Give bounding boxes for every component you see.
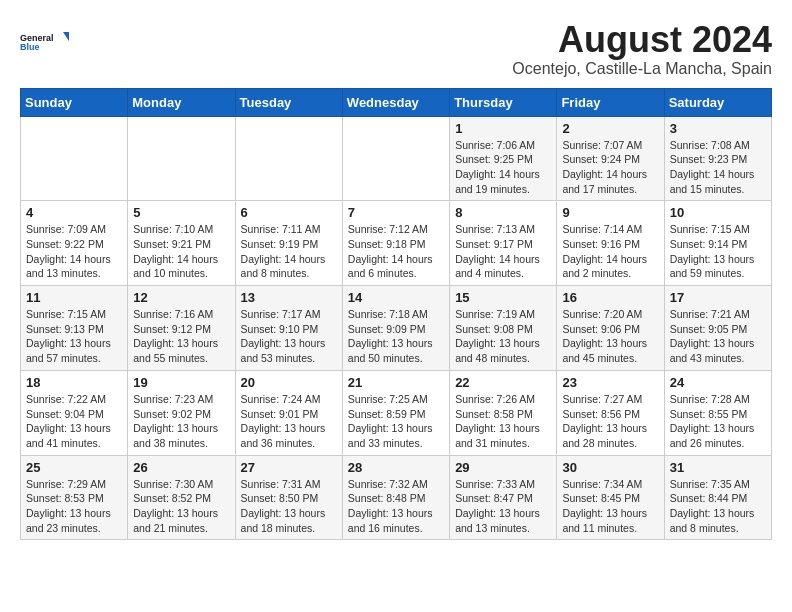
calendar-cell: 28Sunrise: 7:32 AMSunset: 8:48 PMDayligh… <box>342 455 449 540</box>
calendar-cell: 23Sunrise: 7:27 AMSunset: 8:56 PMDayligh… <box>557 370 664 455</box>
logo: General Blue <box>20 20 70 64</box>
day-number: 7 <box>348 205 444 220</box>
calendar-cell: 22Sunrise: 7:26 AMSunset: 8:58 PMDayligh… <box>450 370 557 455</box>
day-info: Sunrise: 7:15 AMSunset: 9:13 PMDaylight:… <box>26 307 122 366</box>
calendar-cell: 31Sunrise: 7:35 AMSunset: 8:44 PMDayligh… <box>664 455 771 540</box>
day-number: 17 <box>670 290 766 305</box>
day-number: 23 <box>562 375 658 390</box>
calendar-cell: 5Sunrise: 7:10 AMSunset: 9:21 PMDaylight… <box>128 201 235 286</box>
day-number: 9 <box>562 205 658 220</box>
weekday-header-saturday: Saturday <box>664 88 771 116</box>
calendar-cell: 15Sunrise: 7:19 AMSunset: 9:08 PMDayligh… <box>450 286 557 371</box>
day-info: Sunrise: 7:07 AMSunset: 9:24 PMDaylight:… <box>562 138 658 197</box>
day-number: 16 <box>562 290 658 305</box>
day-info: Sunrise: 7:24 AMSunset: 9:01 PMDaylight:… <box>241 392 337 451</box>
day-number: 3 <box>670 121 766 136</box>
calendar-cell: 30Sunrise: 7:34 AMSunset: 8:45 PMDayligh… <box>557 455 664 540</box>
day-info: Sunrise: 7:25 AMSunset: 8:59 PMDaylight:… <box>348 392 444 451</box>
day-number: 22 <box>455 375 551 390</box>
day-info: Sunrise: 7:10 AMSunset: 9:21 PMDaylight:… <box>133 222 229 281</box>
day-number: 29 <box>455 460 551 475</box>
day-number: 2 <box>562 121 658 136</box>
calendar-cell: 6Sunrise: 7:11 AMSunset: 9:19 PMDaylight… <box>235 201 342 286</box>
calendar-cell: 27Sunrise: 7:31 AMSunset: 8:50 PMDayligh… <box>235 455 342 540</box>
weekday-header-tuesday: Tuesday <box>235 88 342 116</box>
day-info: Sunrise: 7:19 AMSunset: 9:08 PMDaylight:… <box>455 307 551 366</box>
day-info: Sunrise: 7:18 AMSunset: 9:09 PMDaylight:… <box>348 307 444 366</box>
weekday-header-monday: Monday <box>128 88 235 116</box>
weekday-header-thursday: Thursday <box>450 88 557 116</box>
day-info: Sunrise: 7:08 AMSunset: 9:23 PMDaylight:… <box>670 138 766 197</box>
calendar-cell: 13Sunrise: 7:17 AMSunset: 9:10 PMDayligh… <box>235 286 342 371</box>
day-number: 31 <box>670 460 766 475</box>
day-number: 21 <box>348 375 444 390</box>
day-info: Sunrise: 7:27 AMSunset: 8:56 PMDaylight:… <box>562 392 658 451</box>
month-title: August 2024 <box>512 20 772 60</box>
calendar-cell: 24Sunrise: 7:28 AMSunset: 8:55 PMDayligh… <box>664 370 771 455</box>
day-info: Sunrise: 7:22 AMSunset: 9:04 PMDaylight:… <box>26 392 122 451</box>
weekday-header-row: SundayMondayTuesdayWednesdayThursdayFrid… <box>21 88 772 116</box>
calendar-cell <box>235 116 342 201</box>
day-number: 30 <box>562 460 658 475</box>
calendar-cell: 17Sunrise: 7:21 AMSunset: 9:05 PMDayligh… <box>664 286 771 371</box>
page-header: General Blue August 2024 Ocentejo, Casti… <box>20 20 772 78</box>
day-info: Sunrise: 7:34 AMSunset: 8:45 PMDaylight:… <box>562 477 658 536</box>
calendar-cell <box>21 116 128 201</box>
day-info: Sunrise: 7:33 AMSunset: 8:47 PMDaylight:… <box>455 477 551 536</box>
day-number: 8 <box>455 205 551 220</box>
day-number: 19 <box>133 375 229 390</box>
day-number: 10 <box>670 205 766 220</box>
calendar-cell <box>342 116 449 201</box>
day-info: Sunrise: 7:20 AMSunset: 9:06 PMDaylight:… <box>562 307 658 366</box>
day-info: Sunrise: 7:06 AMSunset: 9:25 PMDaylight:… <box>455 138 551 197</box>
title-block: August 2024 Ocentejo, Castille-La Mancha… <box>512 20 772 78</box>
day-number: 24 <box>670 375 766 390</box>
day-info: Sunrise: 7:11 AMSunset: 9:19 PMDaylight:… <box>241 222 337 281</box>
calendar-cell: 18Sunrise: 7:22 AMSunset: 9:04 PMDayligh… <box>21 370 128 455</box>
calendar-cell: 4Sunrise: 7:09 AMSunset: 9:22 PMDaylight… <box>21 201 128 286</box>
day-info: Sunrise: 7:12 AMSunset: 9:18 PMDaylight:… <box>348 222 444 281</box>
day-number: 28 <box>348 460 444 475</box>
week-row-3: 11Sunrise: 7:15 AMSunset: 9:13 PMDayligh… <box>21 286 772 371</box>
day-info: Sunrise: 7:26 AMSunset: 8:58 PMDaylight:… <box>455 392 551 451</box>
calendar-cell: 12Sunrise: 7:16 AMSunset: 9:12 PMDayligh… <box>128 286 235 371</box>
logo-svg: General Blue <box>20 20 70 64</box>
weekday-header-friday: Friday <box>557 88 664 116</box>
day-info: Sunrise: 7:23 AMSunset: 9:02 PMDaylight:… <box>133 392 229 451</box>
calendar-cell <box>128 116 235 201</box>
day-info: Sunrise: 7:14 AMSunset: 9:16 PMDaylight:… <box>562 222 658 281</box>
calendar-cell: 3Sunrise: 7:08 AMSunset: 9:23 PMDaylight… <box>664 116 771 201</box>
day-number: 4 <box>26 205 122 220</box>
day-number: 5 <box>133 205 229 220</box>
day-info: Sunrise: 7:32 AMSunset: 8:48 PMDaylight:… <box>348 477 444 536</box>
calendar-cell: 9Sunrise: 7:14 AMSunset: 9:16 PMDaylight… <box>557 201 664 286</box>
day-info: Sunrise: 7:15 AMSunset: 9:14 PMDaylight:… <box>670 222 766 281</box>
day-info: Sunrise: 7:13 AMSunset: 9:17 PMDaylight:… <box>455 222 551 281</box>
calendar-cell: 7Sunrise: 7:12 AMSunset: 9:18 PMDaylight… <box>342 201 449 286</box>
weekday-header-sunday: Sunday <box>21 88 128 116</box>
calendar-cell: 19Sunrise: 7:23 AMSunset: 9:02 PMDayligh… <box>128 370 235 455</box>
calendar-table: SundayMondayTuesdayWednesdayThursdayFrid… <box>20 88 772 541</box>
svg-text:General: General <box>20 33 54 43</box>
day-number: 12 <box>133 290 229 305</box>
day-info: Sunrise: 7:30 AMSunset: 8:52 PMDaylight:… <box>133 477 229 536</box>
calendar-cell: 1Sunrise: 7:06 AMSunset: 9:25 PMDaylight… <box>450 116 557 201</box>
day-number: 11 <box>26 290 122 305</box>
day-number: 20 <box>241 375 337 390</box>
day-number: 1 <box>455 121 551 136</box>
calendar-cell: 25Sunrise: 7:29 AMSunset: 8:53 PMDayligh… <box>21 455 128 540</box>
day-info: Sunrise: 7:17 AMSunset: 9:10 PMDaylight:… <box>241 307 337 366</box>
day-info: Sunrise: 7:31 AMSunset: 8:50 PMDaylight:… <box>241 477 337 536</box>
calendar-cell: 20Sunrise: 7:24 AMSunset: 9:01 PMDayligh… <box>235 370 342 455</box>
day-number: 15 <box>455 290 551 305</box>
svg-text:Blue: Blue <box>20 42 40 52</box>
week-row-1: 1Sunrise: 7:06 AMSunset: 9:25 PMDaylight… <box>21 116 772 201</box>
day-info: Sunrise: 7:16 AMSunset: 9:12 PMDaylight:… <box>133 307 229 366</box>
weekday-header-wednesday: Wednesday <box>342 88 449 116</box>
svg-marker-2 <box>63 32 69 41</box>
calendar-cell: 14Sunrise: 7:18 AMSunset: 9:09 PMDayligh… <box>342 286 449 371</box>
day-info: Sunrise: 7:21 AMSunset: 9:05 PMDaylight:… <box>670 307 766 366</box>
day-number: 14 <box>348 290 444 305</box>
day-number: 18 <box>26 375 122 390</box>
calendar-cell: 16Sunrise: 7:20 AMSunset: 9:06 PMDayligh… <box>557 286 664 371</box>
